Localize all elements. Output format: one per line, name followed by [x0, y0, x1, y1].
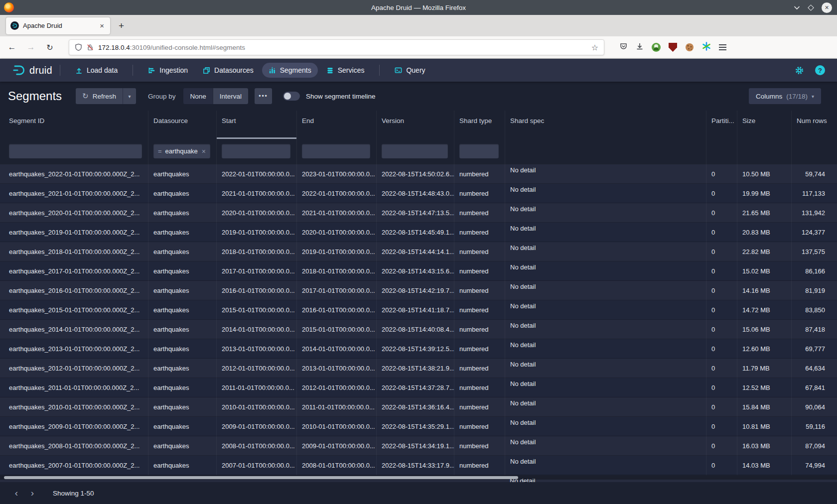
nav-item-load-data[interactable]: Load data	[69, 63, 124, 78]
cell-shard-type: numbered	[454, 397, 505, 417]
segment-timeline-toggle[interactable]	[283, 92, 300, 101]
column-header-num-rows[interactable]: Num rows	[791, 111, 837, 139]
back-icon[interactable]: ←	[5, 42, 19, 52]
cell-num-rows: 131,942	[791, 203, 837, 223]
segments-icon	[269, 67, 276, 74]
bookmark-star-icon[interactable]: ☆	[591, 43, 598, 52]
cell-shard-spec: No detail	[505, 417, 706, 436]
nav-item-ingestion[interactable]: Ingestion	[141, 63, 194, 78]
remove-filter-icon[interactable]: ×	[202, 147, 206, 155]
maximize-icon[interactable]	[808, 4, 814, 11]
ublock-origin-icon[interactable]	[669, 43, 677, 52]
reload-icon[interactable]: ↻	[43, 43, 57, 52]
group-by-none-button[interactable]: None	[183, 88, 212, 104]
cell-num-rows: 81,919	[791, 281, 837, 300]
cell-shard-spec: No detail	[505, 164, 706, 184]
cell-start: 2017-01-01T00:00:00.0...	[216, 261, 296, 281]
cell-start: 2011-01-01T00:00:00.0...	[216, 378, 296, 397]
pocket-icon[interactable]	[619, 42, 628, 52]
cell-num-rows: 87,418	[791, 320, 837, 339]
datasource-filter-tag[interactable]: = earthquake ×	[153, 144, 210, 158]
cell-datasource: earthquakes	[148, 184, 216, 203]
cell-segment-id: earthquakes_2017-01-01T00:00:00.000Z_2..…	[0, 261, 148, 281]
cell-end: 2011-01-01T00:00:00.0...	[296, 397, 376, 417]
column-header-size[interactable]: Size	[737, 111, 791, 139]
next-page-icon[interactable]: ›	[27, 488, 38, 499]
column-header-shard-type[interactable]: Shard type	[454, 111, 505, 139]
nav-item-segments[interactable]: Segments	[262, 63, 318, 78]
column-header-partition[interactable]: Partiti...	[706, 111, 737, 139]
column-header-start[interactable]: Start	[216, 111, 296, 139]
cell-datasource: earthquakes	[148, 359, 216, 378]
cell-partition: 0	[706, 164, 737, 184]
page-header: Segments ↻ Refresh ▾ Group by None Inter…	[0, 82, 837, 111]
start-filter-input[interactable]	[222, 144, 290, 158]
nav-item-query[interactable]: Query	[388, 63, 431, 78]
downloads-icon[interactable]	[636, 42, 644, 52]
nav-item-services[interactable]: Services	[320, 63, 371, 78]
cell-datasource: earthquakes	[148, 223, 216, 242]
cell-shard-spec: No detail	[505, 456, 706, 475]
version-filter-input[interactable]	[382, 144, 448, 158]
cell-shard-spec: No detail	[505, 184, 706, 203]
close-window-icon[interactable]: ×	[822, 2, 832, 13]
cell-size: 20.83 MB	[737, 223, 791, 242]
group-by-interval-button[interactable]: Interval	[213, 88, 248, 104]
divider	[60, 65, 60, 76]
help-icon[interactable]: ?	[815, 65, 825, 75]
gear-icon[interactable]	[795, 66, 804, 75]
prev-page-icon[interactable]: ‹	[11, 488, 22, 499]
cell-datasource: earthquakes	[148, 281, 216, 300]
cookie-extension-icon[interactable]	[685, 43, 694, 52]
shield-icon[interactable]	[75, 43, 82, 51]
forward-icon[interactable]: →	[24, 42, 38, 52]
cell-end: 2019-01-01T00:00:00.0...	[296, 242, 376, 261]
menu-icon[interactable]	[719, 44, 726, 50]
druid-logo[interactable]: druid	[12, 64, 52, 77]
new-tab-button[interactable]: +	[119, 20, 124, 31]
column-header-segment-id[interactable]: Segment ID	[0, 111, 148, 139]
ellipsis-icon: •••	[259, 93, 268, 100]
segment-id-filter-input[interactable]	[9, 144, 142, 158]
cell-start: 2013-01-01T00:00:00.0...	[216, 339, 296, 359]
table-row: earthquakes_2012-01-01T00:00:00.000Z_2..…	[0, 359, 837, 378]
cell-end: 2018-01-01T00:00:00.0...	[296, 261, 376, 281]
tab-close-icon[interactable]: ×	[98, 21, 106, 30]
extension-green-icon[interactable]	[652, 43, 661, 52]
horizontal-scrollbar-thumb[interactable]	[4, 476, 518, 479]
column-header-version[interactable]: Version	[376, 111, 454, 139]
columns-button[interactable]: Columns (17/18) ▾	[749, 88, 821, 104]
cell-partition: 0	[706, 417, 737, 436]
cell-size: 19.99 MB	[737, 184, 791, 203]
snowflake-extension-icon[interactable]	[702, 42, 711, 53]
cell-segment-id: earthquakes_2013-01-01T00:00:00.000Z_2..…	[0, 339, 148, 359]
cell-start: 2016-01-01T00:00:00.0...	[216, 281, 296, 300]
more-options-button[interactable]: •••	[255, 88, 272, 104]
shard-type-filter-input[interactable]	[459, 144, 499, 158]
tab-apache-druid[interactable]: Apache Druid ×	[6, 17, 110, 34]
cell-segment-id: earthquakes_2010-01-01T00:00:00.000Z_2..…	[0, 397, 148, 417]
cell-segment-id: earthquakes_2022-01-01T00:00:00.000Z_2..…	[0, 164, 148, 184]
table-row: earthquakes_2008-01-01T00:00:00.000Z_2..…	[0, 436, 837, 456]
cell-size: 16.03 MB	[737, 436, 791, 456]
end-filter-input[interactable]	[302, 144, 370, 158]
cell-version: 2022-08-15T14:38:21.9...	[376, 359, 454, 378]
cell-segment-id: earthquakes_2015-01-01T00:00:00.000Z_2..…	[0, 300, 148, 320]
cell-num-rows: 87,094	[791, 436, 837, 456]
minimize-icon[interactable]	[794, 5, 800, 10]
column-header-end[interactable]: End	[296, 111, 376, 139]
column-header-shard-spec[interactable]: Shard spec	[505, 111, 706, 139]
cell-shard-spec: No detail	[505, 300, 706, 320]
nav-item-datasources[interactable]: Datasources	[196, 63, 260, 78]
cell-start: 2007-01-01T00:00:00.0...	[216, 456, 296, 475]
refresh-button[interactable]: ↻ Refresh	[76, 88, 123, 104]
cell-datasource: earthquakes	[148, 203, 216, 223]
insecure-lock-icon[interactable]	[87, 43, 94, 51]
url-bar[interactable]: 172.18.0.4:30109/unified-console.html#se…	[69, 39, 604, 55]
ingestion-icon	[148, 67, 155, 74]
cell-start: 2019-01-01T00:00:00.0...	[216, 223, 296, 242]
cell-shard-type: numbered	[454, 359, 505, 378]
refresh-dropdown-button[interactable]: ▾	[123, 88, 136, 104]
column-header-datasource[interactable]: Datasource	[148, 111, 216, 139]
cell-partition: 0	[706, 203, 737, 223]
